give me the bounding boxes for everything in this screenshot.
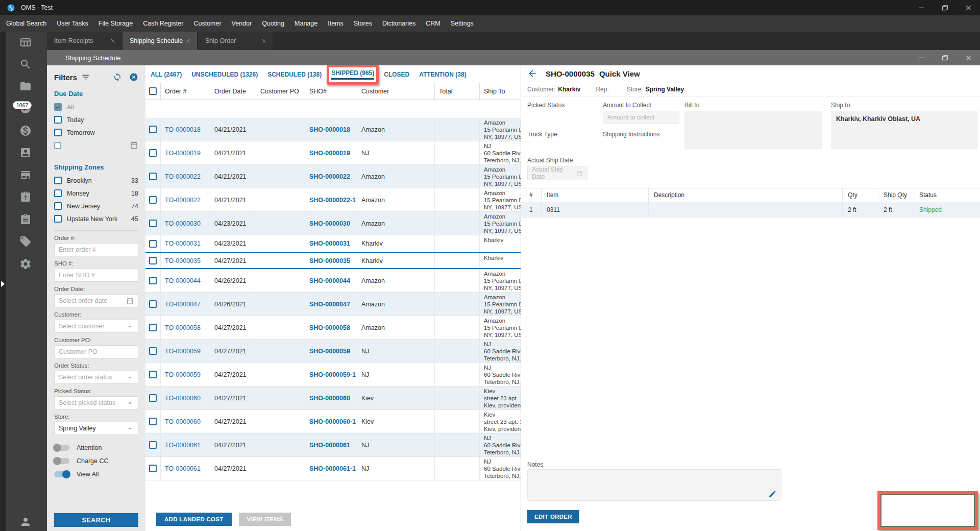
sho-number-input[interactable]: Enter SHO # bbox=[54, 269, 138, 282]
sho-link[interactable]: SHO-0000035 bbox=[309, 257, 350, 264]
table-row[interactable]: TO-000001804/21/2021SHO-0000018AmazonAma… bbox=[145, 118, 521, 141]
item-row[interactable]: 103112 ft2 ftShipped bbox=[521, 202, 980, 218]
row-checkbox[interactable] bbox=[149, 347, 157, 355]
menu-item-vendor[interactable]: Vendor bbox=[227, 15, 257, 32]
toggle-charge-cc[interactable] bbox=[54, 458, 69, 464]
menu-item-quoting[interactable]: Quoting bbox=[257, 15, 289, 32]
table-row[interactable]: TO-000005904/27/2021SHO-0000059NJNJ60 Sa… bbox=[145, 340, 521, 363]
select-all-checkbox[interactable] bbox=[149, 87, 157, 95]
minimize-button[interactable] bbox=[910, 50, 933, 65]
row-checkbox[interactable] bbox=[149, 240, 157, 248]
clear-filters-icon[interactable] bbox=[129, 73, 138, 82]
checkbox-upstate-new-york[interactable] bbox=[54, 215, 62, 223]
toggle-view-all[interactable] bbox=[54, 471, 69, 477]
checkbox-monsey[interactable] bbox=[54, 189, 62, 197]
sho-link[interactable]: SHO-0000031 bbox=[309, 240, 350, 247]
close-icon[interactable] bbox=[185, 37, 192, 44]
order-date-input[interactable]: Select order date bbox=[54, 294, 138, 307]
close-button[interactable] bbox=[957, 50, 980, 65]
table-row[interactable]: TO-000006104/27/2021SHO-0000061-1NJNJ60 … bbox=[145, 457, 521, 480]
menu-item-items[interactable]: Items bbox=[323, 15, 349, 32]
calendar-icon[interactable] bbox=[130, 141, 138, 150]
sho-link[interactable]: SHO-0000019 bbox=[309, 150, 350, 157]
column-header-customer-po[interactable]: Customer PO bbox=[256, 83, 305, 100]
filter-lines-icon[interactable] bbox=[81, 73, 90, 82]
table-row[interactable]: TO-000002204/21/2021SHO-0000022AmazonAma… bbox=[145, 165, 521, 188]
order-number-input[interactable]: Enter order # bbox=[54, 243, 138, 256]
row-checkbox[interactable] bbox=[149, 196, 157, 204]
sho-link[interactable]: SHO-0000022 bbox=[309, 173, 350, 180]
status-tab-all-2467[interactable]: ALL (2467) bbox=[151, 71, 182, 80]
search-button[interactable]: SEARCH bbox=[54, 513, 138, 527]
sho-link[interactable]: SHO-0000059 bbox=[309, 348, 350, 355]
sho-link[interactable]: SHO-0000060 bbox=[309, 395, 350, 402]
table-row[interactable]: TO-000006004/27/2021SHO-0000060KievKievs… bbox=[145, 387, 521, 410]
menu-item-manage[interactable]: Manage bbox=[289, 15, 323, 32]
table-row[interactable]: TO-000001904/21/2021SHO-0000019NJNJ60 Sa… bbox=[145, 141, 521, 165]
menu-item-global-search[interactable]: Global Search bbox=[1, 15, 52, 32]
close-icon[interactable] bbox=[260, 37, 267, 44]
table-row[interactable]: TO-000003504/27/2021SHO-0000035KharkivKh… bbox=[145, 252, 521, 269]
order-link[interactable]: TO-0000060 bbox=[165, 418, 201, 425]
status-tab-unscheduled-1326[interactable]: UNSCHEDULED (1326) bbox=[191, 71, 258, 80]
refresh-icon[interactable] bbox=[113, 73, 122, 82]
sho-link[interactable]: SHO-0000030 bbox=[309, 220, 350, 227]
dashboard-icon[interactable] bbox=[19, 36, 32, 49]
column-header-order[interactable]: Order # bbox=[161, 83, 210, 100]
checkbox-brooklyn[interactable] bbox=[54, 177, 62, 184]
row-checkbox[interactable] bbox=[149, 149, 157, 157]
restore-button[interactable] bbox=[933, 0, 957, 15]
table-row[interactable]: TO-000004704/26/2021SHO-0000047AmazonAma… bbox=[145, 293, 521, 316]
tag-icon[interactable] bbox=[19, 235, 32, 248]
edit-order-button[interactable]: EDIT ORDER bbox=[527, 510, 579, 523]
order-link[interactable]: TO-0000058 bbox=[165, 324, 201, 331]
row-checkbox[interactable] bbox=[149, 324, 157, 331]
close-button[interactable] bbox=[957, 0, 980, 15]
table-row[interactable]: TO-000003104/23/2021SHO-0000031KharkivKh… bbox=[145, 235, 521, 252]
order-link[interactable]: TO-0000035 bbox=[165, 257, 201, 264]
row-checkbox[interactable] bbox=[149, 394, 157, 402]
sho-link[interactable]: SHO-0000047 bbox=[309, 301, 350, 308]
search-icon[interactable] bbox=[19, 58, 32, 70]
order-link[interactable]: TO-0000018 bbox=[165, 126, 201, 133]
sho-link[interactable]: SHO-0000022-1 bbox=[309, 197, 356, 204]
row-checkbox[interactable] bbox=[149, 300, 157, 308]
table-row[interactable]: TO-000005804/27/2021SHO-0000058AmazonAma… bbox=[145, 316, 521, 340]
notes-box[interactable] bbox=[527, 469, 781, 501]
rail-expand-arrow-icon[interactable] bbox=[1, 281, 5, 287]
row-checkbox[interactable] bbox=[149, 418, 157, 425]
minimize-button[interactable] bbox=[910, 0, 933, 15]
order-link[interactable]: TO-0000022 bbox=[165, 197, 201, 204]
order-link[interactable]: TO-0000019 bbox=[165, 150, 201, 157]
table-row[interactable]: TO-000005904/27/2021SHO-0000059-1NJNJ60 … bbox=[145, 363, 521, 387]
status-tab-attention-38[interactable]: ATTENTION (38) bbox=[419, 71, 466, 80]
picked-status-select[interactable]: Select picked status bbox=[54, 396, 138, 409]
column-header-customer[interactable]: Customer bbox=[357, 83, 435, 100]
row-checkbox[interactable] bbox=[149, 173, 157, 180]
table-row[interactable]: TO-000006104/27/2021SHO-0000061NJNJ60 Sa… bbox=[145, 433, 521, 457]
settings-icon[interactable] bbox=[19, 258, 32, 270]
store-select[interactable]: Spring Valley bbox=[54, 422, 138, 435]
user-icon[interactable] bbox=[19, 516, 32, 528]
row-checkbox[interactable] bbox=[149, 257, 157, 264]
menu-item-user-tasks[interactable]: User Tasks bbox=[52, 15, 93, 32]
customer-select[interactable]: Select customer bbox=[54, 320, 138, 333]
order-link[interactable]: TO-0000047 bbox=[165, 301, 201, 308]
order-link[interactable]: TO-0000060 bbox=[165, 395, 201, 402]
row-checkbox[interactable] bbox=[149, 126, 157, 133]
row-checkbox[interactable] bbox=[149, 220, 157, 227]
sho-link[interactable]: SHO-0000044 bbox=[309, 277, 350, 284]
order-link[interactable]: TO-0000031 bbox=[165, 240, 201, 247]
order-link[interactable]: TO-0000061 bbox=[165, 442, 201, 449]
status-tab-scheduled-138[interactable]: SCHEDULED (138) bbox=[267, 71, 322, 80]
column-header-total[interactable]: Total bbox=[435, 83, 480, 100]
customer-po-input[interactable]: Customer PO bbox=[54, 345, 138, 358]
doc-tab-ship-order[interactable]: Ship Order bbox=[198, 32, 273, 50]
clipboard-icon[interactable] bbox=[19, 213, 32, 226]
table-row[interactable]: TO-000006004/27/2021SHO-0000060-1KievKie… bbox=[145, 410, 521, 433]
menu-item-cash-register[interactable]: Cash Register bbox=[138, 15, 188, 32]
checkbox-new-jersey[interactable] bbox=[54, 202, 62, 210]
checkbox-all[interactable] bbox=[54, 103, 62, 111]
status-tab-closed[interactable]: CLOSED bbox=[384, 71, 409, 80]
table-row[interactable]: TO-000004404/26/2021SHO-0000044AmazonAma… bbox=[145, 269, 521, 293]
